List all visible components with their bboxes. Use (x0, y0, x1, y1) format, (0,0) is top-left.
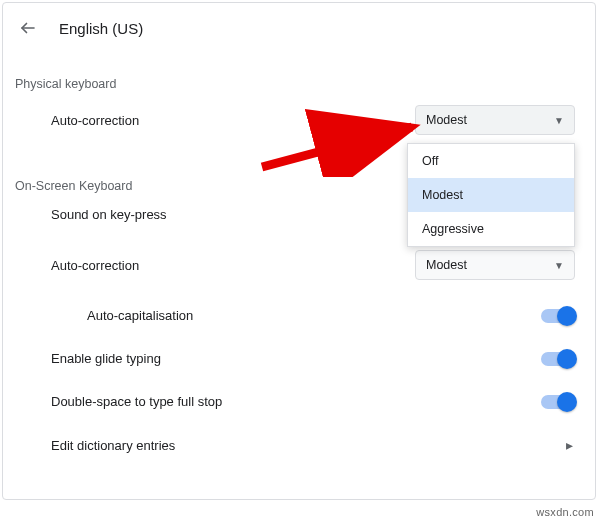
dropdown-option-off[interactable]: Off (408, 144, 574, 178)
row-doublespace: Double-space to type full stop (3, 380, 595, 423)
row-dictionary[interactable]: Edit dictionary entries ▸ (3, 423, 595, 467)
page-title: English (US) (59, 20, 143, 37)
autocap-toggle[interactable] (541, 309, 575, 323)
onscreen-autocorrect-label: Auto-correction (3, 258, 139, 273)
caret-down-icon: ▼ (554, 115, 564, 126)
row-glide: Enable glide typing (3, 337, 595, 380)
watermark: wsxdn.com (536, 506, 594, 518)
caret-down-icon: ▼ (554, 260, 564, 271)
doublespace-toggle[interactable] (541, 395, 575, 409)
glide-toggle[interactable] (541, 352, 575, 366)
physical-autocorrect-select[interactable]: Modest ▼ (415, 105, 575, 135)
row-physical-autocorrect: Auto-correction Modest ▼ (3, 91, 595, 149)
onscreen-autocorrect-select[interactable]: Modest ▼ (415, 250, 575, 280)
onscreen-autocorrect-value: Modest (426, 258, 467, 272)
glide-label: Enable glide typing (3, 351, 161, 366)
sound-keypress-label: Sound on key-press (3, 207, 167, 222)
back-icon[interactable] (17, 17, 39, 39)
doublespace-label: Double-space to type full stop (3, 394, 222, 409)
page-header: English (US) (3, 9, 595, 57)
autocap-label: Auto-capitalisation (3, 308, 193, 323)
chevron-right-icon: ▸ (566, 437, 575, 453)
physical-autocorrect-label: Auto-correction (3, 113, 139, 128)
dictionary-label: Edit dictionary entries (3, 438, 175, 453)
section-physical-keyboard: Physical keyboard (3, 57, 595, 91)
autocorrect-dropdown[interactable]: Off Modest Aggressive (407, 143, 575, 247)
dropdown-option-aggressive[interactable]: Aggressive (408, 212, 574, 246)
physical-autocorrect-value: Modest (426, 113, 467, 127)
row-autocap: Auto-capitalisation (3, 294, 595, 337)
dropdown-option-modest[interactable]: Modest (408, 178, 574, 212)
